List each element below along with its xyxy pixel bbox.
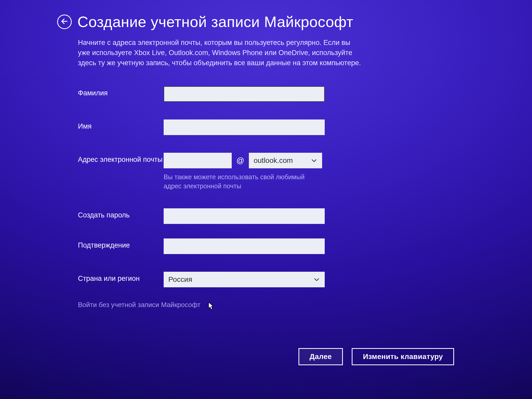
confirm-password-input[interactable] [164, 238, 325, 254]
first-name-input[interactable] [164, 119, 325, 135]
account-form: Фамилия Имя Адрес электронной почты @ ou… [0, 86, 532, 309]
oobe-create-account-screen: Создание учетной записи Майкрософт Начни… [0, 0, 532, 399]
label-first-name: Имя [78, 119, 164, 131]
row-last-name: Фамилия [78, 86, 454, 102]
label-confirm: Подтверждение [78, 238, 164, 250]
signin-without-account-link[interactable]: Войти без учетной записи Майкрософт [78, 301, 201, 309]
label-password: Создать пароль [78, 208, 164, 220]
row-password: Создать пароль [78, 208, 454, 224]
label-last-name: Фамилия [78, 86, 164, 98]
at-symbol: @ [236, 156, 244, 165]
mouse-cursor-icon [208, 302, 214, 310]
header: Создание учетной записи Майкрософт [0, 13, 532, 30]
chevron-down-icon [311, 157, 317, 164]
country-select[interactable]: Россия [164, 272, 325, 287]
email-hint: Вы также можете использовать свой любимы… [164, 172, 309, 191]
row-confirm: Подтверждение [78, 238, 454, 254]
chevron-down-icon [313, 276, 320, 283]
back-button[interactable] [57, 15, 72, 29]
row-first-name: Имя [78, 119, 454, 135]
country-value: Россия [168, 275, 192, 284]
next-button[interactable]: Далее [298, 348, 343, 365]
label-country: Страна или регион [78, 272, 164, 283]
row-country: Страна или регион Россия [78, 272, 454, 287]
change-keyboard-button[interactable]: Изменить клавиатуру [352, 348, 454, 365]
label-email: Адрес электронной почты [78, 153, 164, 164]
email-local-input[interactable] [164, 153, 232, 168]
arrow-left-icon [61, 17, 68, 26]
footer-buttons: Далее Изменить клавиатуру [298, 348, 454, 365]
email-domain-value: outlook.com [254, 156, 293, 165]
password-input[interactable] [164, 208, 325, 224]
email-domain-select[interactable]: outlook.com [249, 153, 322, 168]
last-name-input[interactable] [164, 86, 325, 102]
page-subtitle: Начните с адреса электронной почты, кото… [0, 38, 442, 68]
row-email: Адрес электронной почты @ outlook.com В [78, 153, 454, 191]
page-title: Создание учетной записи Майкрософт [77, 13, 353, 30]
